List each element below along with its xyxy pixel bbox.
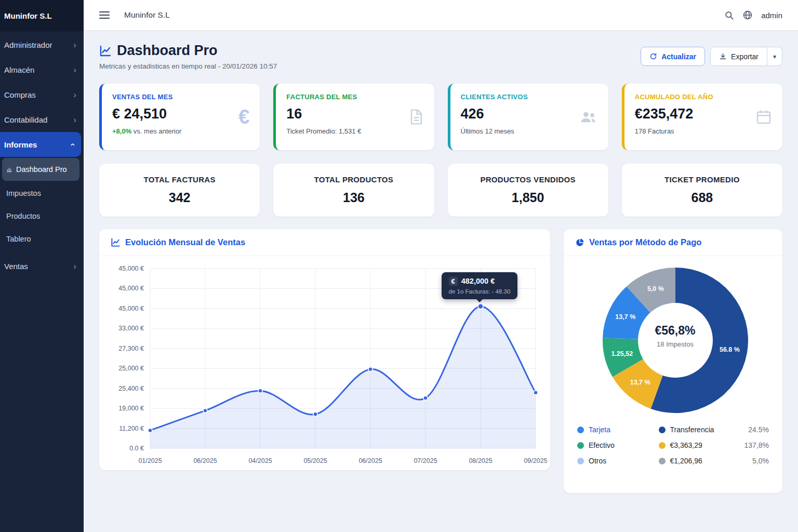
- header-actions: Actualizar Exportar ▾: [641, 47, 782, 66]
- mini-chart-icon: [6, 166, 12, 172]
- legend-item-transferencia[interactable]: Transferencia 24.5%: [659, 425, 769, 434]
- sidebar-item-label: Compras: [4, 90, 36, 99]
- chevron-right-icon: ›: [73, 41, 76, 49]
- stat-card-ticket-promedio: TICKET PROMEDIO 688: [622, 164, 782, 217]
- chevron-up-icon: ›: [68, 143, 77, 146]
- legend-pct: 24.5%: [748, 425, 769, 434]
- username[interactable]: admin: [761, 11, 782, 20]
- sidebar-item-ventas[interactable]: Ventas ›: [0, 254, 84, 278]
- kpi-value: 16: [286, 106, 423, 122]
- sidebar-subitem-label: Impuestos: [6, 189, 41, 197]
- svg-text:11,200 €: 11,200 €: [119, 425, 144, 432]
- svg-text:01/2025: 01/2025: [138, 457, 162, 464]
- svg-text:08/2025: 08/2025: [469, 457, 492, 464]
- invoice-icon: [407, 109, 424, 125]
- donut-chart-title: Ventas por Método de Pago: [589, 237, 701, 247]
- search-icon[interactable]: [724, 10, 734, 20]
- refresh-label: Actualizar: [661, 52, 696, 61]
- svg-text:45,000 €: 45,000 €: [118, 265, 144, 272]
- donut-chart-card: Ventas por Método de Pago 56.8 %13,7 %1.…: [564, 229, 782, 493]
- page-title: Dashboard Pro: [117, 43, 218, 59]
- kpi-subtitle: 178 Facturas: [635, 127, 772, 135]
- euro-icon: €: [238, 106, 249, 128]
- stat-title: TOTAL PRODUCTOS: [284, 175, 423, 184]
- svg-text:05/2025: 05/2025: [303, 457, 327, 464]
- donut-chart[interactable]: 56.8 %13,7 %1.25,5213,7 %5,0 % €56,8% 18…: [574, 263, 773, 419]
- legend-dot: [577, 458, 584, 464]
- svg-text:07/2025: 07/2025: [414, 457, 437, 464]
- svg-text:13,7 %: 13,7 %: [615, 313, 635, 321]
- sidebar-subitem-impuestos[interactable]: Impuestos: [0, 182, 84, 205]
- stat-card-total-productos: TOTAL PRODUCTOS 136: [273, 164, 434, 217]
- sidebar-subitem-label: Tablero: [6, 235, 31, 243]
- stat-title: TICKET PROMEDIO: [632, 175, 772, 184]
- svg-text:5,0 %: 5,0 %: [647, 285, 663, 292]
- sidebar-item-label: Contabilidad: [4, 115, 47, 124]
- tooltip-detail: de 1o Facturas: - 48.30: [449, 288, 511, 295]
- chart-tooltip: € 482,000 € de 1o Facturas: - 48.30: [442, 272, 518, 299]
- legend-dot: [577, 427, 584, 433]
- sidebar-subitem-dashboard-pro[interactable]: Dashboard Pro: [2, 158, 79, 181]
- legend-item-gris[interactable]: €1,206,96 5,0%: [659, 457, 769, 465]
- chart-line-icon: [111, 237, 121, 247]
- sidebar-subitem-productos[interactable]: Productos: [0, 205, 84, 228]
- kpi-value: 426: [461, 106, 598, 122]
- svg-text:13,7 %: 13,7 %: [630, 379, 650, 386]
- sidebar-item-informes[interactable]: Informes ›: [0, 132, 81, 157]
- brand-logo: Muninfor S.L: [0, 0, 84, 32]
- line-chart-card: Evolución Mensual de Ventas 45,000 €45,0…: [99, 229, 550, 470]
- svg-text:25,000 €: 25,000 €: [118, 365, 144, 372]
- kpi-title: VENTAS DEL MES: [112, 93, 249, 101]
- sidebar-subitem-label: Productos: [6, 212, 40, 220]
- sidebar-item-almacen[interactable]: Almacén ›: [0, 57, 84, 82]
- chart-line-icon: [99, 45, 112, 57]
- stat-card-total-facturas: TOTAL FACTURAS 342: [99, 164, 260, 217]
- sidebar-item-label: Administrador: [4, 41, 52, 49]
- export-button[interactable]: Exportar: [710, 47, 767, 66]
- page-subtitle: Metricas y estadisticas en tiempo real -…: [99, 62, 277, 70]
- line-chart-title: Evolución Mensual de Ventas: [125, 237, 245, 247]
- kpi-delta: +8,0%: [112, 127, 131, 135]
- stat-value: 136: [284, 190, 423, 205]
- svg-text:1.25,52: 1.25,52: [611, 350, 633, 357]
- legend-item-amarillo[interactable]: €3,363,29 137,8%: [659, 441, 769, 449]
- euro-icon: €: [449, 277, 458, 286]
- svg-text:33,000 €: 33,000 €: [118, 325, 144, 332]
- sidebar-item-label: Almacén: [4, 65, 34, 74]
- legend-dot: [659, 427, 666, 433]
- export-menu-button[interactable]: ▾: [767, 47, 782, 66]
- svg-text:06/2025: 06/2025: [358, 457, 382, 464]
- legend-item-efectivo[interactable]: Efectivo: [577, 441, 654, 449]
- legend-dot: [577, 442, 584, 449]
- calendar-icon: [755, 109, 772, 125]
- legend-item-tarjeta[interactable]: Tarjeta: [577, 425, 654, 434]
- sidebar-item-administrador[interactable]: Administrador ›: [0, 32, 84, 57]
- kpi-subtitle: +8,0% vs. mes anterior: [112, 127, 249, 135]
- chevron-right-icon: ›: [73, 262, 76, 271]
- legend-item-otros[interactable]: Otros: [577, 457, 654, 465]
- sidebar-item-compras[interactable]: Compras ›: [0, 82, 84, 107]
- kpi-value: €235,472: [635, 106, 772, 122]
- line-chart[interactable]: 45,000 €45,000 €45,000 €33,000 €27,300 €…: [99, 256, 550, 470]
- user-globe-icon[interactable]: [742, 10, 753, 20]
- svg-text:56.8 %: 56.8 %: [719, 346, 739, 353]
- stat-title: PRODUCTOS VENDIDOS: [458, 175, 598, 184]
- legend-dot: [659, 442, 666, 449]
- svg-text:0.0 €: 0.0 €: [129, 445, 144, 452]
- stat-value: 688: [632, 190, 772, 205]
- sidebar-subitem-tablero[interactable]: Tablero: [0, 228, 84, 250]
- svg-text:45,000 €: 45,000 €: [118, 285, 144, 292]
- stat-card-productos-vendidos: PRODUCTOS VENDIDOS 1,850: [448, 164, 608, 217]
- refresh-button[interactable]: Actualizar: [641, 47, 705, 66]
- sidebar-subitem-label: Dashboard Pro: [16, 165, 67, 174]
- menu-toggle-button[interactable]: [99, 11, 110, 19]
- chevron-right-icon: ›: [73, 65, 76, 74]
- kpi-subtitle: Últimos 12 meses: [461, 127, 598, 135]
- topbar-title: Muninfor S.L: [124, 10, 170, 20]
- svg-text:06/2025: 06/2025: [193, 457, 217, 464]
- kpi-card-facturas-del-mes: FACTURAS DEL MES 16 Ticket Promedio: 1,5…: [273, 84, 434, 150]
- main-content: Dashboard Pro Metricas y estadisticas en…: [84, 30, 798, 532]
- stat-value: 342: [110, 190, 249, 205]
- kpi-card-acumulado-del-ano: ACUMULADO DEL AÑO €235,472 178 Facturas: [622, 84, 782, 150]
- sidebar-item-contabilidad[interactable]: Contabilidad ›: [0, 107, 84, 132]
